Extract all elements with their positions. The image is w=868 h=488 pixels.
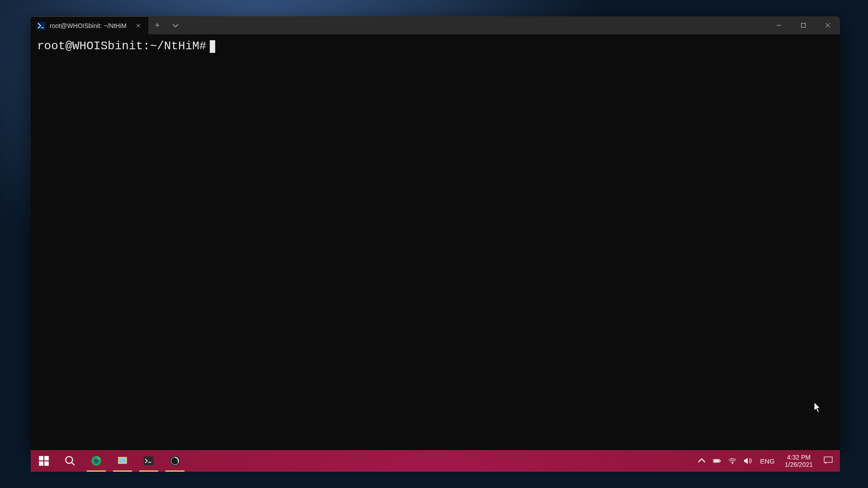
svg-rect-1 (802, 23, 806, 28)
title-bar[interactable]: root@WHOISbinit: ~/NtHiM ✕ + (31, 16, 840, 34)
language-indicator[interactable]: ENG (756, 457, 778, 465)
taskbar-app-files[interactable] (109, 450, 136, 472)
svg-rect-4 (39, 461, 43, 466)
wifi-icon[interactable] (726, 457, 739, 465)
volume-icon[interactable] (741, 457, 755, 465)
start-button[interactable] (31, 450, 57, 472)
search-button[interactable] (57, 450, 83, 472)
terminal-tab[interactable]: root@WHOISbinit: ~/NtHiM ✕ (31, 16, 148, 34)
clock[interactable]: 4:32 PM 1/26/2021 (780, 454, 817, 468)
minimize-button[interactable] (767, 16, 791, 34)
svg-rect-5 (44, 461, 49, 466)
svg-rect-11 (119, 458, 126, 463)
terminal-body[interactable]: root@WHOISbinit:~/NtHiM# (31, 34, 840, 451)
svg-rect-17 (714, 460, 719, 462)
tab-title: root@WHOISbinit: ~/NtHiM (50, 22, 128, 29)
taskbar-app-terminal[interactable] (136, 450, 162, 472)
maximize-button[interactable] (791, 16, 816, 34)
window-controls (767, 16, 840, 34)
new-tab-button[interactable]: + (148, 16, 166, 34)
taskbar: ENG 4:32 PM 1/26/2021 (31, 450, 840, 472)
show-hidden-icons[interactable] (695, 457, 708, 465)
svg-point-6 (66, 456, 72, 463)
text-cursor (210, 40, 215, 53)
taskbar-app-obs[interactable] (162, 450, 188, 472)
notifications-button[interactable] (819, 456, 837, 466)
powershell-icon (37, 22, 45, 30)
svg-rect-2 (39, 456, 43, 460)
close-tab-icon[interactable]: ✕ (133, 21, 144, 30)
svg-rect-12 (144, 456, 154, 465)
close-window-button[interactable] (816, 16, 840, 34)
taskbar-app-browser[interactable] (83, 450, 109, 472)
svg-rect-16 (720, 460, 721, 462)
terminal-window: root@WHOISbinit: ~/NtHiM ✕ + root@WHOISb… (31, 16, 840, 451)
tab-dropdown-button[interactable] (166, 16, 184, 34)
svg-rect-3 (44, 456, 49, 460)
shell-prompt: root@WHOISbinit:~/NtHiM# (37, 39, 206, 54)
svg-line-7 (71, 462, 75, 465)
clock-time: 4:32 PM (785, 454, 813, 461)
svg-point-18 (732, 463, 733, 464)
clock-date: 1/26/2021 (785, 461, 813, 468)
battery-icon[interactable] (710, 457, 724, 465)
svg-rect-19 (824, 457, 832, 462)
